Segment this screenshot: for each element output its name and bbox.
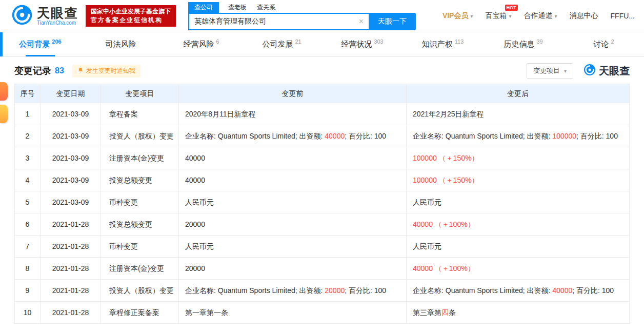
tab-label: 知识产权	[422, 40, 453, 49]
search-row: × 天眼一下	[188, 13, 416, 30]
cell-text: 企业名称: Quantum Sports Limited; 出资额:	[413, 132, 552, 140]
cell-change-date: 2021-01-28	[41, 213, 101, 236]
tab-公司背景[interactable]: 公司背景206	[0, 32, 80, 56]
cell-seq: 7	[15, 236, 41, 258]
cell-change-date: 2021-03-09	[41, 191, 101, 213]
cell-before: 第一章第一条	[179, 302, 407, 324]
promo-float-tab-2[interactable]	[0, 105, 8, 123]
table-row: 52021-03-09币种变更人民币元人民币元	[15, 191, 630, 213]
tab-label: 历史信息	[504, 40, 534, 49]
cell-change-item: 币种变更	[101, 236, 179, 258]
cell-text: 企业名称: Quantum Sports Limited; 出资额:	[185, 132, 325, 140]
cell-text: 人民币元	[185, 198, 214, 206]
search-tabs: 查公司查老板查关系	[188, 2, 416, 13]
chevron-down-icon: ▾	[555, 13, 557, 19]
cell-after: 100000 （＋150%）	[407, 147, 630, 169]
notify-me-button[interactable]: 发生变更时通知我	[72, 65, 140, 77]
section-bar: 变更记录 83 发生变更时通知我 变更项目 ▾	[0, 57, 644, 84]
cell-seq: 2	[15, 125, 41, 147]
floating-widgets	[0, 82, 8, 123]
promo-float-tab-1[interactable]	[0, 82, 8, 101]
table-body: 12021-03-09章程备案2020年8月11日新章程2021年2月25日新章…	[15, 103, 630, 324]
page: 天眼查 TianYanCha.com 国家中小企业发展子基金旗下 官方备案企业征…	[0, 0, 644, 332]
certification-line2: 官方备案企业征信机构	[91, 16, 171, 25]
cell-change-date: 2021-01-28	[41, 302, 101, 324]
chevron-down-icon: ▾	[564, 68, 567, 74]
cell-before: 40000	[179, 169, 407, 191]
cell-before: 企业名称: Quantum Sports Limited; 出资额: 20000…	[179, 280, 407, 302]
cell-seq: 4	[15, 169, 41, 191]
top-nav-item-label: 消息中心	[570, 11, 598, 21]
section-title: 变更记录	[14, 65, 51, 77]
tab-count: 2	[611, 38, 614, 45]
cell-text: 企业名称: Quantum Sports Limited; 出资额:	[413, 286, 552, 295]
tab-知识产权[interactable]: 知识产权113	[402, 32, 483, 56]
brand-domain: TianYanCha.com	[37, 20, 78, 26]
changed-value: 四	[441, 308, 449, 317]
tab-经营状况[interactable]: 经营状况303	[322, 32, 402, 56]
search-button[interactable]: 天眼一下	[369, 13, 416, 30]
cell-before: 20000	[179, 258, 407, 280]
cell-change-item: 投资总额变更	[101, 169, 179, 191]
changed-value: 40000	[325, 132, 345, 140]
top-nav-item[interactable]: 合作通道▾	[524, 11, 557, 21]
tab-count: 113	[455, 38, 464, 45]
search-input[interactable]	[188, 13, 369, 30]
change-item-filter[interactable]: 变更项目 ▾	[527, 63, 573, 79]
cell-change-item: 章程修正案备案	[101, 302, 179, 324]
tianyancha-logo[interactable]: 天眼查 TianYanCha.com	[11, 4, 78, 28]
cell-seq: 6	[15, 213, 41, 236]
search-tab[interactable]: 查公司	[188, 2, 219, 13]
cell-change-date: 2021-01-28	[41, 258, 101, 280]
top-nav-item[interactable]: FFFU...	[611, 12, 635, 20]
table-row: 92021-01-28投资人（股权）变更企业名称: Quantum Sports…	[15, 280, 630, 302]
watermark-logo: 天眼查	[583, 64, 630, 79]
cell-text: 条	[449, 308, 456, 317]
cell-text: 人民币元	[413, 198, 441, 206]
changed-value: 100000 （＋150%）	[413, 176, 478, 184]
cell-change-item: 章程备案	[101, 103, 179, 125]
cell-after: 2021年2月25日新章程	[407, 103, 630, 125]
tab-label: 经营风险	[183, 40, 214, 49]
top-bar: 天眼查 TianYanCha.com 国家中小企业发展子基金旗下 官方备案企业征…	[0, 0, 644, 32]
search-tab[interactable]: 查关系	[256, 2, 276, 13]
cell-change-date: 2021-01-28	[41, 236, 101, 258]
tab-公司发展[interactable]: 公司发展21	[242, 32, 322, 56]
notify-me-label: 发生变更时通知我	[86, 67, 135, 75]
cell-text: 40000	[185, 176, 205, 184]
tab-count: 303	[374, 38, 383, 45]
cell-change-item: 投资总额变更	[101, 213, 179, 236]
tab-label: 讨论	[593, 40, 609, 49]
cell-text: 40000	[185, 154, 205, 162]
cell-after: 人民币元	[407, 236, 630, 258]
cell-before: 2020年8月11日新章程	[179, 103, 407, 125]
cell-text: 人民币元	[185, 242, 214, 250]
top-nav-item[interactable]: 百宝箱▾HOT	[486, 11, 512, 21]
clear-icon[interactable]: ×	[359, 17, 364, 26]
cell-after: 企业名称: Quantum Sports Limited; 出资额: 10000…	[407, 125, 630, 147]
top-right-nav: VIP会员▾百宝箱▾HOT合作通道▾消息中心FFFU...	[442, 11, 637, 21]
cell-change-date: 2021-03-09	[41, 169, 101, 191]
top-nav-item[interactable]: VIP会员▾	[442, 11, 473, 21]
cell-change-date: 2021-03-09	[41, 147, 101, 169]
top-nav-item-label: 合作通道	[524, 11, 553, 21]
watermark-brand: 天眼查	[599, 64, 630, 78]
top-nav-item-label: FFFU...	[611, 12, 635, 20]
search-tab[interactable]: 查老板	[227, 2, 248, 13]
cell-text: 企业名称: Quantum Sports Limited; 出资额:	[185, 286, 325, 295]
tab-讨论[interactable]: 讨论2	[564, 32, 644, 56]
changed-value: 40000 （＋100%）	[413, 264, 475, 272]
column-header: 变更前	[179, 84, 407, 103]
column-header: 序号	[15, 84, 41, 103]
cell-change-item: 注册资本(金)变更	[101, 147, 179, 169]
tab-历史信息[interactable]: 历史信息39	[483, 32, 564, 56]
tab-经营风险[interactable]: 经营风险6	[161, 32, 242, 56]
tab-司法风险[interactable]: 司法风险	[80, 32, 161, 56]
table-row: 42021-03-09投资总额变更40000100000 （＋150%）	[15, 169, 630, 191]
change-record-table: 序号变更日期变更项目变更前变更后 12021-03-09章程备案2020年8月1…	[14, 84, 630, 324]
cell-text: ; 百分比: 100	[572, 286, 614, 295]
top-nav-item-label: 百宝箱	[486, 11, 507, 21]
cell-text: 第三章第	[413, 308, 441, 317]
top-nav-item[interactable]: 消息中心	[570, 11, 598, 21]
tab-label: 经营状况	[341, 40, 372, 49]
